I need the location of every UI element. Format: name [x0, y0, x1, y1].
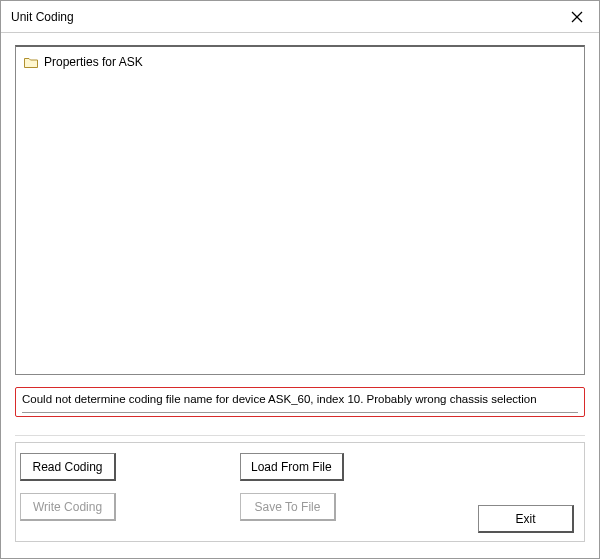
exit-button[interactable]: Exit: [478, 505, 574, 533]
close-button[interactable]: [563, 5, 591, 29]
window-title: Unit Coding: [11, 10, 74, 24]
status-message: Could not determine coding file name for…: [15, 387, 585, 417]
properties-tree[interactable]: Properties for ASK: [15, 45, 585, 375]
button-panel: Read Coding Write Coding Load From File …: [15, 442, 585, 542]
unit-coding-dialog: Unit Coding Properties for ASK Could not…: [0, 0, 600, 559]
save-to-file-button: Save To File: [240, 493, 336, 521]
titlebar: Unit Coding: [1, 1, 599, 33]
write-coding-button: Write Coding: [20, 493, 116, 521]
status-message-text: Could not determine coding file name for…: [22, 393, 537, 405]
close-icon: [571, 11, 583, 23]
status-area: Could not determine coding file name for…: [15, 387, 585, 417]
read-coding-button[interactable]: Read Coding: [20, 453, 116, 481]
tree-root-item[interactable]: Properties for ASK: [24, 53, 576, 71]
load-from-file-button[interactable]: Load From File: [240, 453, 344, 481]
tree-root-label: Properties for ASK: [44, 55, 143, 69]
folder-icon: [24, 57, 38, 68]
status-underline: [22, 412, 578, 413]
dialog-content: Properties for ASK Could not determine c…: [1, 33, 599, 558]
divider: [15, 435, 585, 436]
